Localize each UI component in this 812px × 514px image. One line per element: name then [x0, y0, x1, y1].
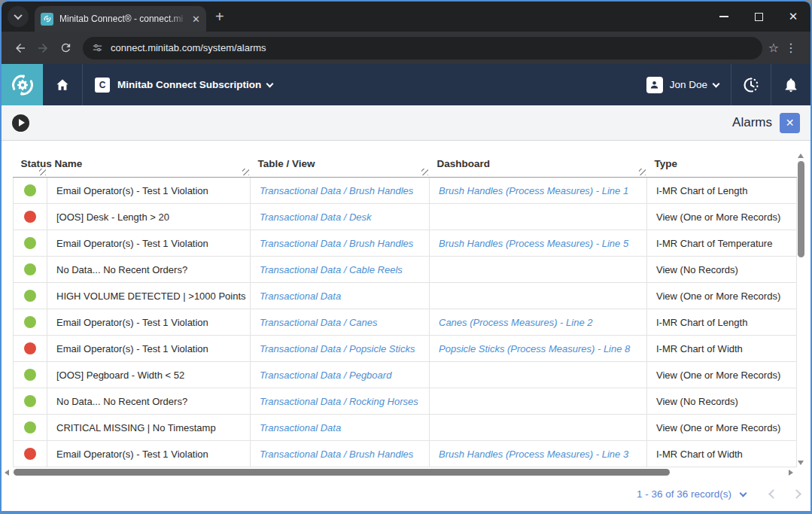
minimize-button[interactable]	[707, 2, 741, 32]
alarm-name: Email Operator(s) - Test 1 Violation	[47, 441, 251, 467]
table-view-link[interactable]: Transactional Data / Pegboard	[260, 370, 391, 381]
alarm-type: View (No Records)	[647, 388, 797, 415]
column-resize-handle[interactable]	[39, 169, 46, 175]
notifications-button[interactable]	[771, 64, 810, 105]
window-controls: ✕	[707, 2, 810, 32]
table-view-link[interactable]: Transactional Data / Brush Handles	[260, 185, 413, 196]
browser-tab-strip: Minitab Connect® - connect.mi ✕ + ✕	[2, 2, 810, 32]
maximize-button[interactable]	[741, 2, 776, 32]
user-menu[interactable]: Jon Doe	[634, 64, 731, 105]
scroll-left-icon[interactable]	[5, 470, 9, 476]
new-tab-button[interactable]: +	[215, 9, 224, 24]
alarm-type: I-MR Chart of Temperature	[647, 230, 797, 257]
alarms-table: Status Name Table / View Dashboard Type …	[13, 152, 796, 467]
close-window-button[interactable]: ✕	[776, 2, 810, 32]
bookmark-star-icon[interactable]: ☆	[768, 41, 779, 55]
status-dot	[24, 448, 36, 460]
browser-toolbar: connect.minitab.com/system/alarms ☆ ⋮	[2, 32, 810, 64]
site-settings-icon[interactable]	[92, 42, 103, 53]
play-icon	[19, 119, 25, 126]
close-panel-button[interactable]: ✕	[780, 113, 800, 133]
dashboard-link[interactable]: Brush Handles (Process Measures) - Line …	[439, 185, 628, 196]
table-view-link[interactable]: Transactional Data / Canes	[260, 317, 378, 328]
table-view-link[interactable]: Transactional Data	[260, 290, 341, 302]
column-resize-handle[interactable]	[421, 169, 428, 175]
horizontal-scrollbar[interactable]	[3, 467, 795, 478]
chevron-down-icon	[266, 80, 274, 87]
alarm-type: View (One or More Records)	[647, 204, 797, 230]
dashboard-link[interactable]: Brush Handles (Process Measures) - Line …	[439, 449, 628, 460]
app-navbar: C Minitab Connect Subscription Jon Doe	[2, 64, 810, 105]
browser-window: Minitab Connect® - connect.mi ✕ + ✕ conn…	[0, 0, 812, 514]
alarm-name: No Data... No Recent Orders?	[47, 388, 251, 415]
tab-close-icon[interactable]: ✕	[192, 14, 200, 25]
table-view-link[interactable]: Transactional Data / Desk	[260, 211, 372, 223]
table-view-link[interactable]: Transactional Data / Popsicle Sticks	[260, 343, 415, 354]
alarm-type: View (One or More Records)	[647, 283, 797, 309]
alarm-name: Email Operator(s) - Test 1 Violation	[47, 336, 251, 362]
table-row[interactable]: Email Operator(s) - Test 1 Violation Tra…	[14, 309, 797, 336]
status-dot	[24, 184, 36, 196]
home-button[interactable]	[43, 64, 82, 105]
next-page-icon[interactable]	[792, 489, 801, 499]
pagination-bar: 1 - 36 of 36 record(s)	[2, 479, 810, 509]
address-bar[interactable]: connect.minitab.com/system/alarms	[83, 37, 762, 59]
vertical-scrollbar-thumb[interactable]	[798, 161, 804, 257]
column-resize-handle[interactable]	[639, 169, 646, 175]
table-row[interactable]: Email Operator(s) - Test 1 Violation Tra…	[14, 178, 797, 204]
run-button[interactable]	[12, 114, 29, 132]
tab-search-button[interactable]	[8, 6, 29, 27]
back-button[interactable]	[9, 37, 32, 59]
minitab-favicon-icon	[41, 13, 53, 26]
table-row[interactable]: Email Operator(s) - Test 1 Violation Tra…	[14, 336, 797, 362]
table-row[interactable]: No Data... No Recent Orders? Transaction…	[14, 257, 797, 283]
alarm-type: View (One or More Records)	[647, 415, 797, 441]
browser-menu-icon[interactable]: ⋮	[779, 41, 803, 55]
previous-page-icon[interactable]	[768, 489, 778, 499]
vertical-scrollbar[interactable]	[795, 152, 807, 467]
close-icon: ✕	[786, 117, 795, 129]
user-avatar-icon	[646, 77, 663, 93]
minimize-icon	[719, 16, 728, 17]
table-row[interactable]: Email Operator(s) - Test 1 Violation Tra…	[14, 441, 797, 467]
reload-button[interactable]	[54, 37, 77, 59]
table-row[interactable]: [OOS] Desk - Length > 20 Transactional D…	[14, 204, 797, 230]
forward-button[interactable]	[32, 37, 54, 59]
bell-icon	[783, 77, 799, 93]
table-view-link[interactable]: Transactional Data	[260, 422, 341, 433]
url-text[interactable]: connect.minitab.com/system/alarms	[111, 42, 753, 53]
record-count[interactable]: 1 - 36 of 36 record(s)	[637, 488, 731, 500]
alarm-name: [OOS] Pegboard - Width < 52	[47, 362, 251, 388]
table-view-link[interactable]: Transactional Data / Brush Handles	[260, 238, 413, 249]
column-header-type[interactable]: Type	[647, 152, 797, 178]
table-row[interactable]: [OOS] Pegboard - Width < 52 Transactiona…	[14, 362, 797, 388]
panel-title: Alarms	[732, 115, 772, 130]
minitab-connect-logo[interactable]	[2, 64, 43, 105]
panel-header: Alarms ✕	[2, 105, 810, 141]
column-resize-handle[interactable]	[242, 169, 249, 175]
table-row[interactable]: CRITICAL MISSING | No Timestamp Transact…	[14, 415, 797, 441]
dashboard-link[interactable]: Brush Handles (Process Measures) - Line …	[439, 238, 628, 249]
dashboard-link[interactable]: Canes (Process Measures) - Line 2	[439, 317, 592, 328]
subscription-label: Minitab Connect Subscription	[117, 79, 261, 90]
recent-activity-button[interactable]	[731, 64, 771, 105]
column-header-status[interactable]: Status	[14, 152, 47, 178]
column-header-table-view[interactable]: Table / View	[251, 152, 430, 178]
browser-tab[interactable]: Minitab Connect® - connect.mi ✕	[35, 6, 206, 32]
scroll-up-icon[interactable]	[798, 154, 804, 158]
column-header-name[interactable]: Name	[47, 152, 251, 178]
horizontal-scrollbar-thumb[interactable]	[14, 469, 670, 476]
table-row[interactable]: HIGH VOLUME DETECTED | >1000 Points Tran…	[14, 283, 797, 309]
column-header-dashboard[interactable]: Dashboard	[430, 152, 647, 178]
table-row[interactable]: Email Operator(s) - Test 1 Violation Tra…	[14, 230, 797, 257]
dashboard-link[interactable]: Popsicle Sticks (Process Measures) - Lin…	[439, 343, 630, 354]
table-view-link[interactable]: Transactional Data / Brush Handles	[260, 449, 413, 460]
scroll-down-icon[interactable]	[798, 461, 804, 465]
scroll-right-icon[interactable]	[789, 470, 793, 476]
user-name: Jon Doe	[670, 79, 707, 90]
table-view-link[interactable]: Transactional Data / Cable Reels	[260, 264, 403, 275]
table-row[interactable]: No Data... No Recent Orders? Transaction…	[14, 388, 797, 415]
page-size-dropdown-icon[interactable]	[740, 489, 747, 497]
subscription-selector[interactable]: C Minitab Connect Subscription	[83, 64, 284, 105]
table-view-link[interactable]: Transactional Data / Rocking Horses	[260, 396, 418, 407]
